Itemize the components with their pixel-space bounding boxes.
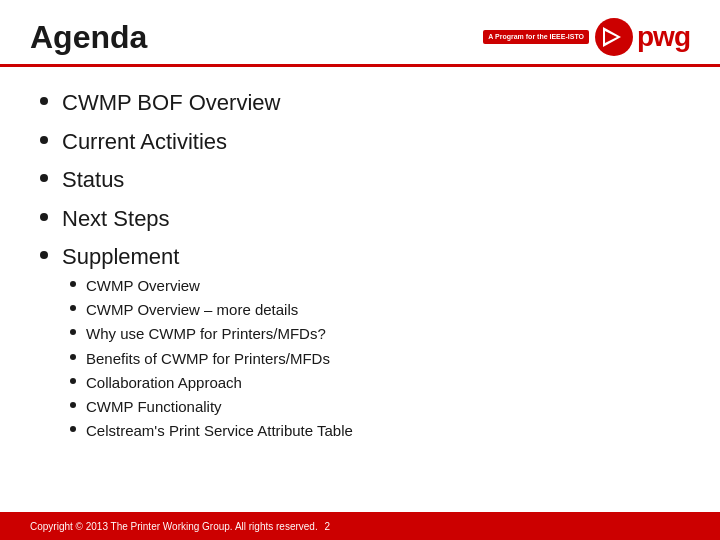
bullet-icon — [40, 213, 48, 221]
slide: Agenda A Program for the IEEE-ISTO pwg C… — [0, 0, 720, 540]
sub-bullet-icon — [70, 305, 76, 311]
slide-footer: Copyright © 2013 The Printer Working Gro… — [0, 512, 720, 540]
sub-list-item: Celstream's Print Service Attribute Tabl… — [70, 421, 353, 441]
logo-pwg: pwg — [595, 18, 690, 56]
sub-list-label: CWMP Functionality — [86, 397, 222, 417]
sub-list-label: Why use CWMP for Printers/MFDs? — [86, 324, 326, 344]
sub-bullet-icon — [70, 329, 76, 335]
slide-content: CWMP BOF Overview Current Activities Sta… — [0, 67, 720, 466]
logo-text: pwg — [637, 21, 690, 53]
list-item-supplement: Supplement CWMP Overview CWMP Overview –… — [40, 243, 690, 445]
list-item-label: Status — [62, 166, 124, 195]
sub-bullet-icon — [70, 402, 76, 408]
sub-list-item: CWMP Overview – more details — [70, 300, 353, 320]
sub-list-label: Collaboration Approach — [86, 373, 242, 393]
main-list: CWMP BOF Overview Current Activities Sta… — [40, 89, 690, 446]
sub-bullet-icon — [70, 281, 76, 287]
sub-list-label: Benefits of CWMP for Printers/MFDs — [86, 349, 330, 369]
list-item-cwmp-bof: CWMP BOF Overview — [40, 89, 690, 118]
list-item-label: Supplement — [62, 243, 179, 272]
sub-bullet-icon — [70, 354, 76, 360]
logo-badge: A Program for the IEEE-ISTO — [483, 30, 589, 43]
sub-list-item: Collaboration Approach — [70, 373, 353, 393]
list-item-label: CWMP BOF Overview — [62, 89, 280, 118]
sub-list-item: CWMP Overview — [70, 276, 353, 296]
sub-bullet-icon — [70, 426, 76, 432]
sub-list: CWMP Overview CWMP Overview – more detai… — [70, 276, 353, 446]
logo-icon — [595, 18, 633, 56]
bullet-icon — [40, 251, 48, 259]
slide-header: Agenda A Program for the IEEE-ISTO pwg — [0, 0, 720, 67]
sub-list-item: CWMP Functionality — [70, 397, 353, 417]
sub-list-label: CWMP Overview – more details — [86, 300, 298, 320]
sub-list-item: Why use CWMP for Printers/MFDs? — [70, 324, 353, 344]
sub-list-label: Celstream's Print Service Attribute Tabl… — [86, 421, 353, 441]
page-number: 2 — [324, 521, 330, 532]
sub-bullet-icon — [70, 378, 76, 384]
sub-list-label: CWMP Overview — [86, 276, 200, 296]
footer-text: Copyright © 2013 The Printer Working Gro… — [30, 521, 330, 532]
list-item-label: Next Steps — [62, 205, 170, 234]
list-item-next-steps: Next Steps — [40, 205, 690, 234]
list-item-current-activities: Current Activities — [40, 128, 690, 157]
bullet-icon — [40, 136, 48, 144]
logo-area: A Program for the IEEE-ISTO pwg — [483, 18, 690, 56]
sub-list-item: Benefits of CWMP for Printers/MFDs — [70, 349, 353, 369]
bullet-icon — [40, 174, 48, 182]
bullet-icon — [40, 97, 48, 105]
copyright-text: Copyright © 2013 The Printer Working Gro… — [30, 521, 318, 532]
slide-title: Agenda — [30, 19, 147, 56]
list-item-status: Status — [40, 166, 690, 195]
list-item-label: Current Activities — [62, 128, 227, 157]
